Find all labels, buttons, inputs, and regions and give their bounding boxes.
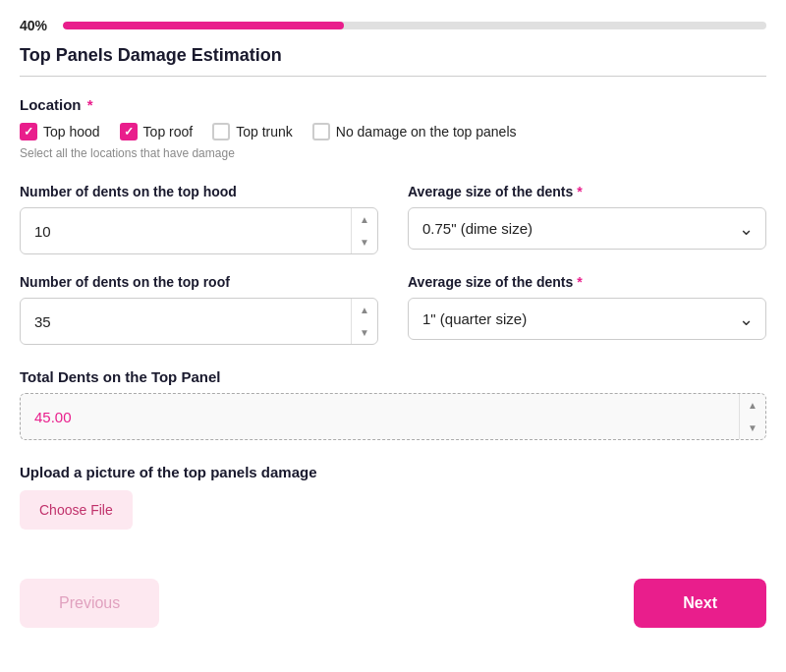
progress-bar-section: 40%: [0, 0, 786, 45]
previous-button[interactable]: Previous: [20, 579, 159, 628]
roof-size-group: Average size of the dents * 0.75" (dime …: [408, 274, 766, 345]
form-grid: Number of dents on the top hood ▲ ▼ Aver…: [20, 184, 766, 345]
hood-size-select[interactable]: 0.75" (dime size) 1" (quarter size) 1.5"…: [409, 208, 765, 249]
checkbox-top-hood-box[interactable]: [20, 123, 37, 140]
checkbox-no-damage-box[interactable]: [312, 123, 330, 140]
hood-size-group: Average size of the dents * 0.75" (dime …: [408, 184, 766, 254]
section-title: Top Panels Damage Estimation: [20, 45, 766, 77]
total-label: Total Dents on the Top Panel: [20, 368, 766, 385]
checkbox-group: Top hood Top roof Top trunk No damage on…: [20, 123, 766, 140]
hood-dents-decrement[interactable]: ▼: [352, 231, 377, 253]
roof-dents-increment[interactable]: ▲: [352, 299, 377, 321]
roof-dents-decrement[interactable]: ▼: [352, 321, 377, 344]
total-spinner: ▲ ▼: [739, 394, 765, 439]
total-input[interactable]: [21, 397, 739, 437]
hood-dents-input-wrapper: ▲ ▼: [20, 207, 378, 254]
hood-dents-increment[interactable]: ▲: [352, 208, 377, 231]
roof-size-label: Average size of the dents *: [408, 274, 766, 290]
checkbox-top-roof-box[interactable]: [120, 123, 138, 140]
checkbox-no-damage[interactable]: No damage on the top panels: [312, 123, 517, 140]
total-increment[interactable]: ▲: [740, 394, 765, 417]
hood-dents-group: Number of dents on the top hood ▲ ▼: [20, 184, 378, 254]
roof-size-select[interactable]: 0.75" (dime size) 1" (quarter size) 1.5"…: [409, 299, 765, 339]
roof-dents-spinner: ▲ ▼: [351, 299, 377, 344]
upload-section: Upload a picture of the top panels damag…: [20, 464, 766, 530]
checkbox-top-roof[interactable]: Top roof: [120, 123, 194, 140]
roof-dents-input-wrapper: ▲ ▼: [20, 298, 378, 345]
roof-dents-group: Number of dents on the top roof ▲ ▼: [20, 274, 378, 345]
checkbox-top-hood[interactable]: Top hood: [20, 123, 100, 140]
checkbox-top-trunk-box[interactable]: [212, 123, 230, 140]
hood-dents-label: Number of dents on the top hood: [20, 184, 378, 199]
progress-fill: [63, 22, 344, 29]
location-label: Location *: [20, 96, 766, 113]
checkbox-top-trunk[interactable]: Top trunk: [212, 123, 293, 140]
main-content: Top Panels Damage Estimation Location * …: [0, 45, 786, 549]
hood-dents-input[interactable]: [21, 211, 351, 252]
location-section: Location * Top hood Top roof Top trunk N…: [20, 96, 766, 160]
roof-dents-input[interactable]: [21, 302, 351, 342]
nav-buttons: Previous Next: [0, 559, 786, 638]
roof-dents-label: Number of dents on the top roof: [20, 274, 378, 290]
location-helper: Select all the locations that have damag…: [20, 146, 766, 160]
hood-dents-spinner: ▲ ▼: [351, 208, 377, 253]
progress-track: [63, 22, 766, 29]
hood-size-label: Average size of the dents *: [408, 184, 766, 199]
hood-size-select-wrapper: 0.75" (dime size) 1" (quarter size) 1.5"…: [408, 207, 766, 250]
roof-size-select-wrapper: 0.75" (dime size) 1" (quarter size) 1.5"…: [408, 298, 766, 340]
progress-percent: 40%: [20, 18, 51, 33]
total-section: Total Dents on the Top Panel ▲ ▼: [20, 368, 766, 440]
choose-file-button[interactable]: Choose File: [20, 490, 133, 530]
next-button[interactable]: Next: [634, 579, 766, 628]
total-decrement[interactable]: ▼: [740, 417, 765, 439]
total-input-wrapper: ▲ ▼: [20, 393, 766, 440]
upload-label: Upload a picture of the top panels damag…: [20, 464, 766, 480]
